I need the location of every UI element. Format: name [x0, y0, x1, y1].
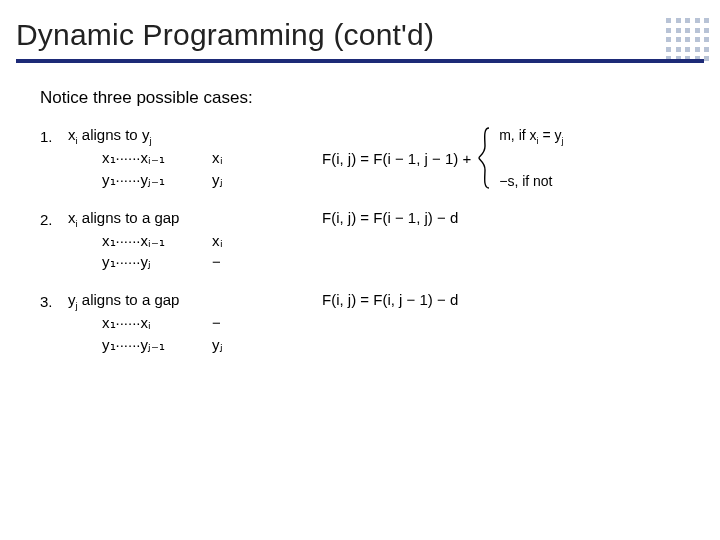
align-x-prefix: x₁······xᵢ₋₁ — [102, 230, 202, 252]
branch-match: m, if xi = yj — [499, 127, 563, 143]
left-brace-icon — [477, 126, 493, 190]
recurrence-formula: F(i, j) = F(i, j − 1) − d — [322, 291, 458, 308]
txt: aligns to y — [78, 126, 150, 143]
case-body: yj aligns to a gap x₁······xᵢ − y₁······… — [68, 291, 318, 356]
cases-list: 1. xi aligns to yj x₁······xᵢ₋₁ xᵢ y₁···… — [40, 126, 680, 356]
slide: Dynamic Programming (cont'd) Notice thre… — [0, 0, 720, 540]
intro-text: Notice three possible cases: — [40, 88, 680, 108]
align-y-last: − — [202, 251, 242, 273]
branch-mismatch: −s, if not — [499, 173, 563, 189]
case-3: 3. yj aligns to a gap x₁······xᵢ − y₁···… — [40, 291, 680, 356]
align-x-prefix: x₁······xᵢ₋₁ — [102, 147, 202, 169]
sub: j — [149, 135, 151, 146]
case-1: 1. xi aligns to yj x₁······xᵢ₋₁ xᵢ y₁···… — [40, 126, 680, 191]
align-x-last: xᵢ — [202, 147, 242, 169]
brace-cases: m, if xi = yj −s, if not — [477, 126, 563, 190]
txt: x — [68, 126, 76, 143]
case-number: 3. — [40, 291, 68, 310]
align-y-prefix: y₁······yⱼ₋₁ — [102, 169, 202, 191]
align-y-last: yⱼ — [202, 334, 242, 356]
alignment-block: x₁······xᵢ₋₁ xᵢ y₁······yⱼ − — [68, 230, 318, 274]
case-number: 1. — [40, 126, 68, 145]
txt: y — [68, 291, 76, 308]
formula-column: F(i, j) = F(i − 1, j − 1) + m, if xi = y… — [318, 126, 680, 190]
txt: m, if x — [499, 127, 536, 143]
case-heading: xi aligns to a gap — [68, 209, 318, 226]
align-x-last: − — [202, 312, 242, 334]
txt: = y — [539, 127, 562, 143]
case-body: xi aligns to yj x₁······xᵢ₋₁ xᵢ y₁······… — [68, 126, 318, 191]
align-y-prefix: y₁······yⱼ — [102, 251, 202, 273]
case-number: 2. — [40, 209, 68, 228]
slide-title: Dynamic Programming (cont'd) — [16, 18, 704, 52]
recurrence-formula: F(i, j) = F(i − 1, j − 1) + — [322, 150, 471, 167]
alignment-block: x₁······xᵢ₋₁ xᵢ y₁······yⱼ₋₁ yⱼ — [68, 147, 318, 191]
case-body: xi aligns to a gap x₁······xᵢ₋₁ xᵢ y₁···… — [68, 209, 318, 274]
title-area: Dynamic Programming (cont'd) — [0, 0, 720, 72]
title-underline — [16, 56, 704, 66]
case-heading: yj aligns to a gap — [68, 291, 318, 308]
formula-column: F(i, j) = F(i, j − 1) − d — [318, 291, 680, 308]
align-y-prefix: y₁······yⱼ₋₁ — [102, 334, 202, 356]
txt: aligns to a gap — [78, 209, 180, 226]
align-x-last: xᵢ — [202, 230, 242, 252]
slide-body: Notice three possible cases: 1. xi align… — [0, 72, 720, 356]
align-x-prefix: x₁······xᵢ — [102, 312, 202, 334]
align-y-last: yⱼ — [202, 169, 242, 191]
case-2: 2. xi aligns to a gap x₁······xᵢ₋₁ xᵢ y₁… — [40, 209, 680, 274]
txt: aligns to a gap — [78, 291, 180, 308]
txt: x — [68, 209, 76, 226]
case-heading: xi aligns to yj — [68, 126, 318, 143]
formula-column: F(i, j) = F(i − 1, j) − d — [318, 209, 680, 226]
recurrence-formula: F(i, j) = F(i − 1, j) − d — [322, 209, 458, 226]
alignment-block: x₁······xᵢ − y₁······yⱼ₋₁ yⱼ — [68, 312, 318, 356]
sub: j — [562, 136, 564, 146]
